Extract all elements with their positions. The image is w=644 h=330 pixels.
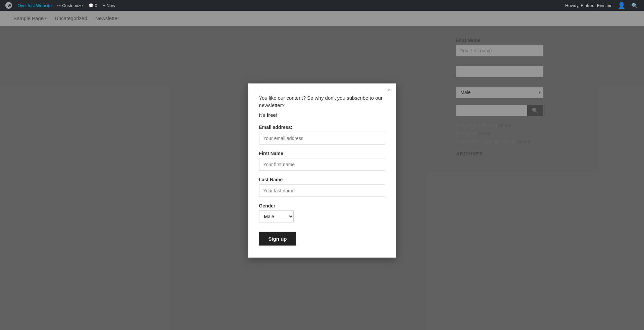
signup-button[interactable]: Sign up [259,232,296,245]
admin-bar-right: Howdy, Einfred_Einstein 👤 🔍 [562,0,641,11]
email-group: Email address: [259,124,385,144]
firstname-input[interactable] [259,158,385,171]
modal-close-button[interactable]: × [388,87,391,93]
site-name-link[interactable]: One Test Website [15,0,54,11]
comments-link[interactable]: 💬 0 [86,0,100,11]
modal-headline: You like our content? So why don't you s… [259,94,385,109]
firstname-group: First Name [259,150,385,171]
customize-link[interactable]: ✏ Customize [54,0,85,11]
lastname-group: Last Name [259,177,385,197]
firstname-label: First Name [259,150,385,156]
admin-search-button[interactable]: 🔍 [628,0,641,11]
modal-subtext: It's free! [259,112,385,117]
lastname-label: Last Name [259,177,385,182]
wp-logo-item[interactable] [3,0,15,11]
email-label: Email address: [259,124,385,130]
newsletter-modal: × You like our content? So why don't you… [248,83,396,257]
howdy-text: Howdy, Einfred_Einstein [562,3,615,8]
admin-bar: One Test Website ✏ Customize 💬 0 + New H… [0,0,644,11]
gender-group: Gender Male Female Other [259,203,385,222]
gender-label: Gender [259,203,385,208]
lastname-input[interactable] [259,184,385,197]
email-input[interactable] [259,132,385,144]
new-content-link[interactable]: + New [100,0,118,11]
site-content: Sample Page ▾ Uncategorized Newsletter F… [0,11,644,330]
avatar-link[interactable]: 👤 [615,0,628,11]
gender-select[interactable]: Male Female Other [259,210,294,222]
